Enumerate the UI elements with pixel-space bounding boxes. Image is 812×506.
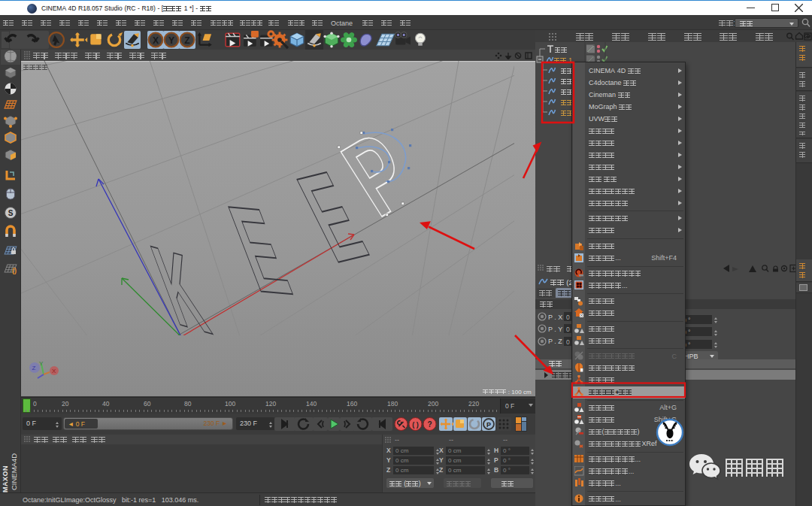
svg-text:S: S	[8, 209, 14, 217]
svg-text:X: X	[52, 368, 56, 374]
svg-text:X: X	[153, 35, 159, 46]
svg-text:Y: Y	[39, 360, 44, 367]
svg-text:Y: Y	[168, 35, 174, 46]
svg-text:( ): ( )	[412, 421, 419, 429]
svg-text:Z: Z	[184, 35, 190, 46]
svg-text:): )	[14, 267, 17, 274]
svg-text:P: P	[486, 421, 491, 429]
svg-text:Z: Z	[32, 365, 36, 371]
svg-text:?: ?	[427, 420, 432, 429]
